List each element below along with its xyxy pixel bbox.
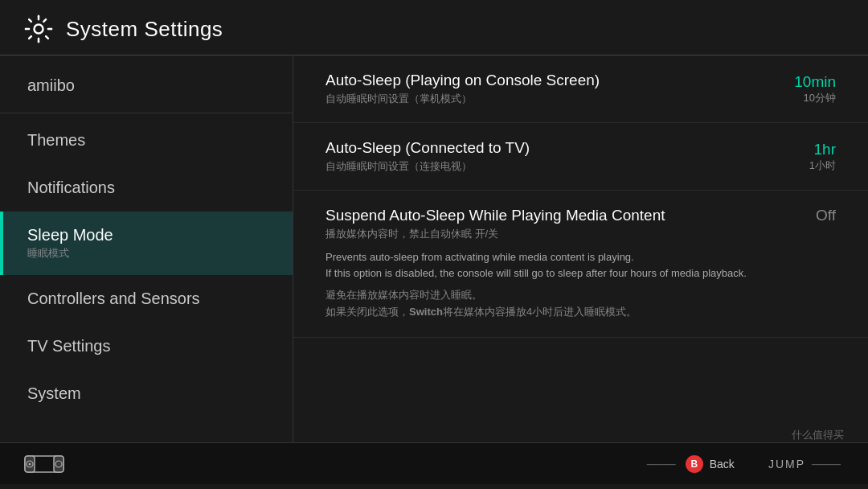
footer-controls: —— B Back JUMP ——: [647, 455, 844, 473]
sidebar-item-tv-settings[interactable]: TV Settings: [0, 323, 293, 370]
sidebar-item-controllers-sensors[interactable]: Controllers and Sensors: [0, 275, 293, 323]
switch-icon: [24, 451, 64, 477]
header: System Settings: [0, 0, 868, 55]
sidebar-item-sleep-mode[interactable]: Sleep Mode 睡眠模式: [0, 212, 293, 275]
setting-suspend-auto-sleep[interactable]: Suspend Auto-Sleep While Playing Media C…: [293, 191, 868, 338]
description-en: Prevents auto-sleep from activating whil…: [326, 249, 836, 281]
sidebar: amiibo Themes Notifications Sleep Mode 睡…: [0, 55, 293, 442]
sidebar-item-amiibo[interactable]: amiibo: [0, 62, 293, 109]
back-label: Back: [710, 458, 735, 471]
svg-point-6: [29, 462, 31, 465]
setting-auto-sleep-tv[interactable]: Auto-Sleep (Connected to TV) 自动睡眠时间设置（连接…: [293, 123, 868, 191]
watermark: 什么值得买: [792, 428, 844, 442]
b-button-icon: B: [686, 455, 703, 473]
gear-icon: [24, 14, 53, 43]
page-title: System Settings: [66, 17, 223, 42]
sidebar-item-themes[interactable]: Themes: [0, 117, 293, 164]
jump-label: JUMP: [768, 458, 805, 471]
main-layout: amiibo Themes Notifications Sleep Mode 睡…: [0, 55, 868, 442]
svg-point-0: [35, 25, 43, 34]
sidebar-item-notifications[interactable]: Notifications: [0, 164, 293, 212]
description-cn: 避免在播放媒体内容时进入睡眠。如果关闭此选项，Switch将在媒体内容播放4小时…: [326, 287, 836, 321]
setting-auto-sleep-console[interactable]: Auto-Sleep (Playing on Console Screen) 自…: [293, 55, 868, 123]
footer: —— B Back JUMP ——: [0, 442, 868, 484]
content-area: Auto-Sleep (Playing on Console Screen) 自…: [293, 55, 868, 442]
sidebar-item-system[interactable]: System: [0, 370, 293, 417]
